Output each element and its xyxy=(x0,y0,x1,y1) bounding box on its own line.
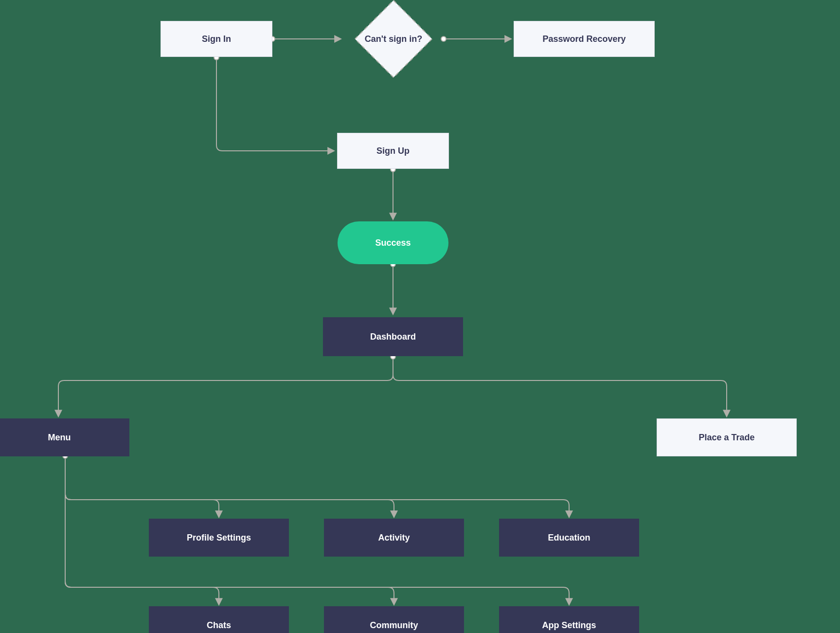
node-label: Password Recovery xyxy=(542,34,626,44)
node-label: Activity xyxy=(378,533,410,543)
diamond-icon xyxy=(343,0,444,89)
node-success[interactable]: Success xyxy=(338,221,448,264)
node-education[interactable]: Education xyxy=(499,519,639,557)
node-sign-up[interactable]: Sign Up xyxy=(337,133,449,169)
node-label: Sign In xyxy=(202,34,231,44)
node-label: Dashboard xyxy=(370,332,416,342)
node-menu[interactable]: Menu xyxy=(0,418,129,456)
node-community[interactable]: Community xyxy=(324,606,464,633)
node-dashboard[interactable]: Dashboard xyxy=(323,317,463,356)
node-label: Can't sign in? xyxy=(365,34,422,44)
node-label: Education xyxy=(548,533,590,543)
node-sign-in[interactable]: Sign In xyxy=(161,21,272,57)
flowchart-canvas: Sign In Can't sign in? Password Recovery… xyxy=(0,0,840,633)
node-label: App Settings xyxy=(542,620,596,631)
node-password-recovery[interactable]: Password Recovery xyxy=(514,21,655,57)
node-label: Community xyxy=(370,620,418,631)
node-activity[interactable]: Activity xyxy=(324,519,464,557)
node-label: Place a Trade xyxy=(698,433,754,443)
node-profile-settings[interactable]: Profile Settings xyxy=(149,519,289,557)
node-place-trade[interactable]: Place a Trade xyxy=(657,418,797,456)
node-label: Chats xyxy=(207,620,231,631)
node-label: Success xyxy=(375,238,411,248)
node-app-settings[interactable]: App Settings xyxy=(499,606,639,633)
node-label: Sign Up xyxy=(376,146,410,156)
node-cant-sign-in[interactable]: Can't sign in? xyxy=(343,0,444,89)
node-label: Menu xyxy=(48,433,71,443)
node-chats[interactable]: Chats xyxy=(149,606,289,633)
node-label: Profile Settings xyxy=(187,533,251,543)
